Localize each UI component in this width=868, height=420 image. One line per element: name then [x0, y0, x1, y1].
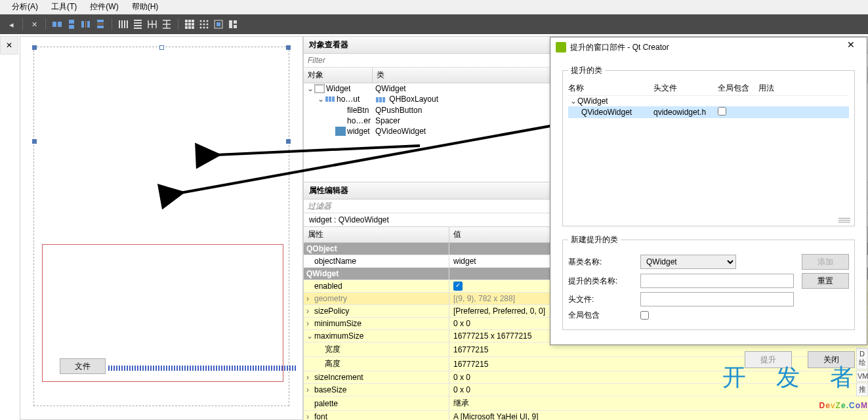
- svg-rect-8: [97, 24, 104, 24]
- hbox-icon: [375, 95, 386, 104]
- chevron-icon[interactable]: ›: [306, 412, 313, 420]
- property-row[interactable]: ›fontA [Microsoft YaHei UI, 9]: [304, 411, 868, 420]
- hbox-icon: [325, 94, 335, 104]
- base-class-select[interactable]: QWidget: [640, 255, 736, 269]
- svg-rect-37: [332, 96, 335, 102]
- svg-rect-40: [382, 97, 385, 102]
- form-canvas[interactable]: [33, 47, 289, 406]
- svg-rect-10: [185, 20, 188, 22]
- svg-point-26: [203, 27, 205, 29]
- watermark-line2: DevZe.CoM: [819, 395, 868, 412]
- toolbar: ◂ ✕: [0, 14, 868, 34]
- chevron-icon[interactable]: ›: [306, 306, 313, 316]
- promote-dialog: 提升的窗口部件 - Qt Creator ✕ 提升的类 名称 头文件 全局包含 …: [550, 37, 867, 345]
- svg-point-23: [203, 24, 205, 26]
- separator: [178, 18, 178, 30]
- layout-split-v-icon[interactable]: [94, 18, 106, 30]
- menu-item[interactable]: 帮助(H): [132, 1, 159, 12]
- layout-split-h-icon[interactable]: [80, 18, 92, 30]
- svg-rect-11: [188, 20, 191, 22]
- header-file-label: 头文件:: [568, 294, 640, 305]
- svg-point-20: [203, 20, 205, 22]
- svg-rect-41: [335, 127, 346, 136]
- svg-rect-38: [376, 97, 379, 102]
- align-h2-icon[interactable]: [132, 18, 144, 30]
- class-row[interactable]: QVideoWidgetqvideowidget.h: [568, 106, 849, 118]
- svg-rect-39: [379, 97, 382, 102]
- svg-rect-36: [329, 96, 331, 102]
- dialog-title: 提升的窗口部件 - Qt Creator: [570, 42, 669, 53]
- promoted-name-input[interactable]: [640, 274, 794, 288]
- add-button[interactable]: 添加: [802, 254, 849, 270]
- expander-icon[interactable]: ⌄: [569, 96, 577, 106]
- grid2-icon[interactable]: [198, 18, 210, 30]
- grid4-icon[interactable]: [227, 18, 239, 30]
- header-file-input[interactable]: [640, 292, 794, 306]
- expander-icon[interactable]: ⌄: [306, 84, 314, 93]
- menu-item[interactable]: 分析(A): [12, 1, 38, 12]
- menu-icon[interactable]: [838, 217, 850, 223]
- svg-point-27: [207, 27, 209, 29]
- form-icon: [314, 84, 325, 93]
- svg-rect-32: [234, 25, 237, 28]
- file-button[interactable]: 文件: [60, 358, 106, 374]
- menubar: 分析(A)工具(T)控件(W)帮助(H): [0, 0, 868, 14]
- separator: [112, 18, 112, 30]
- chevron-down-icon[interactable]: ⌄: [304, 269, 305, 278]
- svg-rect-29: [217, 22, 220, 26]
- class-tree[interactable]: ⌄QWidgetQVideoWidgetqvideowidget.h: [568, 96, 849, 220]
- svg-rect-0: [52, 22, 56, 27]
- layout-vbox-icon[interactable]: [66, 18, 77, 30]
- toolbar-close-icon[interactable]: ✕: [28, 18, 40, 30]
- q-icon: [335, 127, 346, 136]
- svg-rect-12: [192, 20, 194, 22]
- svg-rect-35: [325, 96, 328, 102]
- reset-button[interactable]: 重置: [802, 273, 849, 289]
- chevron-down-icon[interactable]: ⌄: [304, 244, 305, 253]
- separator: [22, 18, 23, 30]
- align-h3-icon[interactable]: [146, 18, 158, 30]
- chevron-icon[interactable]: ›: [306, 319, 313, 328]
- promoted-classes-group: 提升的类 名称 头文件 全局包含 用法 ⌄QWidgetQVideoWidget…: [562, 65, 855, 226]
- form-designer[interactable]: 文件: [20, 36, 303, 420]
- dialog-close-icon[interactable]: ✕: [840, 39, 861, 55]
- dialog-titlebar[interactable]: 提升的窗口部件 - Qt Creator ✕: [550, 37, 867, 57]
- svg-point-21: [207, 20, 209, 22]
- svg-rect-5: [85, 21, 86, 28]
- chevron-icon[interactable]: ›: [306, 385, 313, 394]
- grid3-icon[interactable]: [213, 18, 224, 30]
- svg-rect-15: [192, 23, 194, 26]
- svg-rect-31: [234, 20, 237, 24]
- global-checkbox[interactable]: [718, 107, 726, 116]
- chevron-icon[interactable]: ›: [306, 294, 313, 303]
- grid1-icon[interactable]: [184, 18, 196, 30]
- svg-point-25: [200, 27, 202, 29]
- chevron-icon[interactable]: ⌄: [306, 331, 313, 341]
- svg-rect-14: [188, 23, 191, 26]
- chevron-icon[interactable]: ›: [306, 373, 313, 382]
- svg-rect-34: [316, 86, 323, 92]
- class-row[interactable]: ⌄QWidget: [568, 96, 849, 106]
- menu-item[interactable]: 工具(T): [51, 1, 77, 12]
- checkbox-icon[interactable]: ✓: [453, 282, 463, 291]
- svg-rect-7: [97, 20, 104, 22]
- svg-point-24: [207, 24, 209, 26]
- svg-rect-30: [229, 20, 232, 28]
- spacer-widget[interactable]: [108, 366, 297, 371]
- align-h1-icon[interactable]: [117, 18, 129, 30]
- align-h4-icon[interactable]: [161, 18, 173, 30]
- promoted-classes-legend: 提升的类: [568, 65, 605, 76]
- svg-rect-6: [87, 21, 90, 28]
- layout-hbox-icon[interactable]: [51, 18, 63, 30]
- base-class-label: 基类名称:: [568, 257, 640, 268]
- expander-icon[interactable]: ⌄: [317, 94, 325, 104]
- toolbar-back-icon[interactable]: ◂: [5, 18, 17, 30]
- svg-rect-13: [185, 23, 188, 26]
- watermark-line1: 开 发 者: [722, 362, 865, 394]
- global-include-checkbox[interactable]: [640, 311, 649, 320]
- menu-item[interactable]: 控件(W): [90, 1, 118, 12]
- svg-rect-2: [69, 20, 74, 24]
- close-tab-button[interactable]: ✕: [0, 36, 18, 54]
- svg-rect-1: [58, 22, 62, 27]
- property-row[interactable]: palette继承: [304, 396, 868, 411]
